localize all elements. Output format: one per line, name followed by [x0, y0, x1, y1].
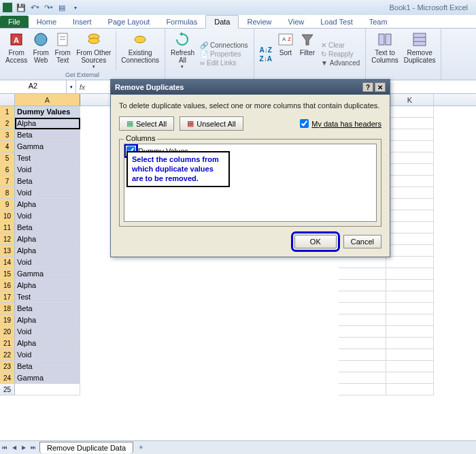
sheet-nav-first[interactable]: ⏮: [0, 442, 10, 453]
cell-a[interactable]: Void: [15, 164, 80, 176]
cell-k[interactable]: [386, 176, 434, 187]
row-header[interactable]: 22: [0, 349, 15, 361]
cell-k[interactable]: [386, 199, 434, 210]
row-header[interactable]: 7: [0, 176, 15, 187]
filter-button[interactable]: Filter: [296, 30, 318, 78]
cell-a[interactable]: Test: [15, 291, 80, 303]
cell-k[interactable]: [386, 222, 434, 233]
cell-a[interactable]: Alpha: [15, 245, 80, 257]
cell-a[interactable]: Void: [15, 326, 80, 338]
undo-button[interactable]: ↶▾: [29, 1, 41, 14]
cell-a[interactable]: Alpha: [15, 280, 80, 291]
sheet-nav-last[interactable]: ⏭: [29, 442, 38, 453]
sheet-nav-next[interactable]: ▶: [19, 442, 29, 453]
cell-a[interactable]: Alpha: [15, 338, 80, 349]
cell-k[interactable]: [386, 141, 434, 152]
cell-j[interactable]: [339, 326, 386, 338]
cell-k[interactable]: [386, 233, 434, 245]
cell-j[interactable]: [339, 349, 386, 361]
col-header-a[interactable]: A: [15, 94, 80, 106]
cell-j[interactable]: [339, 257, 386, 268]
cell-k[interactable]: [386, 210, 434, 222]
cell-k[interactable]: [386, 326, 434, 338]
row-header[interactable]: 20: [0, 326, 15, 338]
headers-checkbox-input[interactable]: [300, 119, 309, 128]
cell-a[interactable]: Gamma: [15, 268, 80, 280]
from-other-sources-button[interactable]: From Other Sources▾: [73, 30, 114, 71]
row-header[interactable]: 2: [0, 118, 15, 129]
tab-data[interactable]: Data: [205, 15, 239, 29]
tab-home[interactable]: Home: [29, 16, 65, 28]
cell-a[interactable]: Beta: [15, 129, 80, 141]
row-header[interactable]: 19: [0, 314, 15, 326]
headers-checkbox[interactable]: My data has headers: [300, 119, 381, 128]
cell-a[interactable]: Void: [15, 349, 80, 361]
existing-connections-button[interactable]: Existing Connections: [118, 30, 162, 71]
cell-k[interactable]: [386, 314, 434, 326]
cell-k[interactable]: [386, 349, 434, 361]
col-header-k[interactable]: K: [386, 94, 434, 106]
customize-qat-button[interactable]: ▾: [69, 1, 82, 14]
row-header[interactable]: 21: [0, 338, 15, 349]
row-header[interactable]: 4: [0, 141, 15, 152]
cell-a[interactable]: Beta: [15, 176, 80, 187]
cell-a[interactable]: [15, 384, 80, 395]
properties-item[interactable]: 📄Properties: [197, 50, 251, 59]
row-header[interactable]: 11: [0, 222, 15, 233]
reapply-item[interactable]: ↻Reapply: [318, 50, 362, 59]
from-text-button[interactable]: From Text: [52, 30, 73, 71]
row-header[interactable]: 13: [0, 245, 15, 257]
cell-a[interactable]: Gamma: [15, 372, 80, 384]
cell-k[interactable]: [386, 257, 434, 268]
row-header[interactable]: 16: [0, 280, 15, 291]
new-sheet-button[interactable]: ✳: [136, 442, 146, 453]
sort-az-button[interactable]: A↓Z: [257, 46, 275, 54]
name-box-dropdown[interactable]: ▾: [67, 80, 76, 93]
cell-j[interactable]: [339, 280, 386, 291]
cell-k[interactable]: [386, 118, 434, 129]
cell-a[interactable]: Void: [15, 257, 80, 268]
tab-team[interactable]: Team: [361, 16, 396, 28]
advanced-filter-item[interactable]: ▼Advanced: [318, 59, 362, 67]
row-header[interactable]: 9: [0, 199, 15, 210]
clear-filter-item[interactable]: ✕Clear: [318, 41, 362, 50]
cell-k[interactable]: [386, 291, 434, 303]
row-header[interactable]: 14: [0, 257, 15, 268]
cell-k[interactable]: [386, 164, 434, 176]
row-header[interactable]: 17: [0, 291, 15, 303]
row-header[interactable]: 10: [0, 210, 15, 222]
tab-insert[interactable]: Insert: [65, 16, 100, 28]
row-header[interactable]: 3: [0, 129, 15, 141]
tab-page-layout[interactable]: Page Layout: [100, 16, 158, 28]
name-box[interactable]: A2: [0, 80, 67, 93]
cell-j[interactable]: [339, 303, 386, 314]
sheet-nav-prev[interactable]: ◀: [10, 442, 19, 453]
from-web-button[interactable]: From Web: [30, 30, 52, 71]
cell-a[interactable]: Alpha: [15, 118, 80, 129]
cell-j[interactable]: [339, 372, 386, 384]
redo-button[interactable]: ↷▾: [42, 1, 54, 14]
row-header[interactable]: 12: [0, 233, 15, 245]
cell-k[interactable]: [386, 280, 434, 291]
tab-load-test[interactable]: Load Test: [312, 16, 361, 28]
cell-a[interactable]: Beta: [15, 361, 80, 372]
row-header[interactable]: 15: [0, 268, 15, 280]
cell-a[interactable]: Alpha: [15, 233, 80, 245]
cell-a[interactable]: Test: [15, 152, 80, 164]
cell-k[interactable]: [386, 106, 434, 118]
cell-k[interactable]: [386, 245, 434, 257]
tab-review[interactable]: Review: [239, 16, 279, 28]
cell-k[interactable]: [386, 372, 434, 384]
sort-button[interactable]: AZSort: [275, 30, 296, 78]
cell-a[interactable]: Void: [15, 210, 80, 222]
cell-k[interactable]: [386, 384, 434, 395]
cell-a[interactable]: Alpha: [15, 199, 80, 210]
connections-item[interactable]: 🔗Connections: [197, 41, 251, 50]
save-button[interactable]: 💾: [15, 1, 27, 14]
cell-j[interactable]: [339, 361, 386, 372]
cell-k[interactable]: [386, 268, 434, 280]
row-header[interactable]: 23: [0, 361, 15, 372]
row-header[interactable]: 18: [0, 303, 15, 314]
print-preview-button[interactable]: ▤: [56, 1, 68, 14]
cell-j[interactable]: [339, 268, 386, 280]
